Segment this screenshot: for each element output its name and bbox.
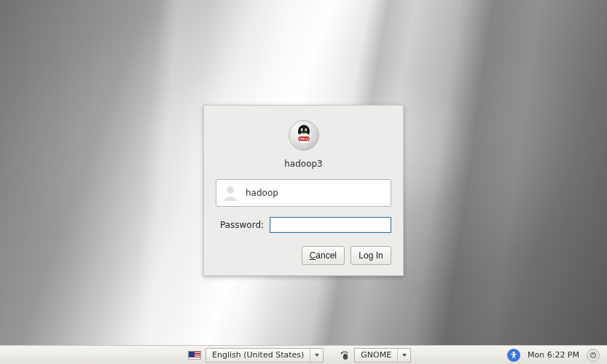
oracle-tux-logo: ORACLE — [289, 120, 319, 151]
session-selector[interactable]: GNOME — [354, 348, 411, 363]
svg-point-10 — [341, 352, 343, 354]
user-silhouette-icon — [221, 183, 240, 202]
us-flag-icon — [188, 351, 201, 360]
svg-point-8 — [227, 186, 234, 194]
svg-point-9 — [343, 354, 348, 360]
login-button[interactable]: Log In — [351, 246, 391, 265]
password-input[interactable] — [270, 217, 391, 233]
power-icon[interactable] — [587, 349, 600, 362]
username-display: hadoop — [246, 188, 278, 198]
bottom-panel: English (United States) GNOME — [0, 345, 607, 364]
accessibility-icon[interactable] — [507, 349, 520, 362]
user-entry[interactable]: hadoop — [216, 179, 391, 207]
login-dialog: ORACLE hadoop3 hadoop Password: Cancel L… — [203, 105, 404, 276]
distro-logo-wrap: ORACLE — [216, 120, 391, 153]
password-row: Password: — [216, 217, 391, 233]
svg-point-5 — [305, 130, 306, 131]
gnome-foot-icon — [338, 349, 350, 361]
chevron-down-icon — [397, 349, 410, 362]
cancel-button[interactable]: Cancel — [302, 246, 345, 265]
svg-point-11 — [343, 351, 345, 352]
svg-point-4 — [301, 130, 302, 131]
language-label: English (United States) — [206, 350, 310, 360]
chevron-down-icon — [310, 349, 323, 362]
svg-point-12 — [345, 351, 346, 352]
tux-icon: ORACLE — [293, 124, 315, 146]
password-label: Password: — [220, 220, 264, 230]
panel-left-group: English (United States) GNOME — [188, 348, 411, 363]
session-label: GNOME — [355, 350, 397, 360]
svg-point-13 — [347, 352, 348, 353]
svg-point-14 — [512, 351, 514, 353]
svg-text:ORACLE: ORACLE — [298, 138, 309, 141]
clock-label: Mon 6:22 PM — [528, 350, 579, 360]
panel-right-group: Mon 6:22 PM — [507, 349, 600, 362]
button-row: Cancel Log In — [216, 246, 391, 265]
hostname-label: hadoop3 — [216, 159, 391, 169]
language-selector[interactable]: English (United States) — [205, 348, 324, 363]
